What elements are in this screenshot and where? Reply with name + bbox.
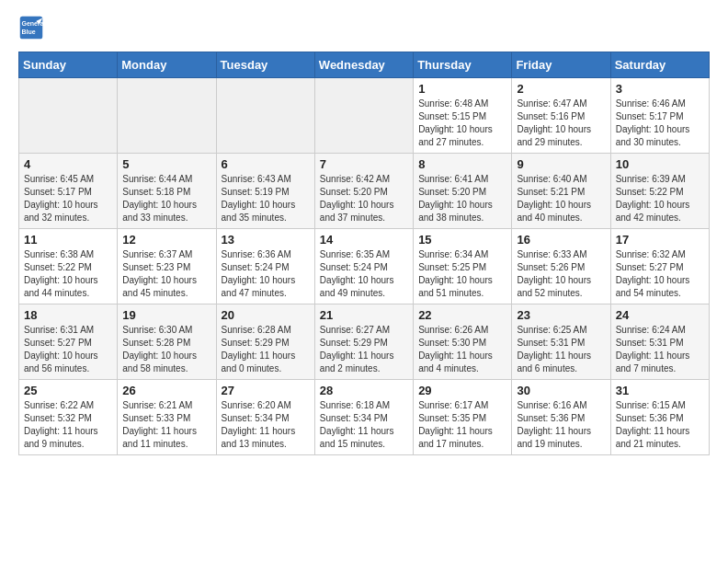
day-info: Sunrise: 6:36 AM Sunset: 5:24 PM Dayligh… <box>222 249 296 298</box>
calendar-cell: 4Sunrise: 6:45 AM Sunset: 5:17 PM Daylig… <box>19 154 118 229</box>
calendar-cell: 2Sunrise: 6:47 AM Sunset: 5:16 PM Daylig… <box>512 78 610 154</box>
day-number: 27 <box>222 384 310 397</box>
day-info: Sunrise: 6:40 AM Sunset: 5:21 PM Dayligh… <box>517 174 591 223</box>
weekday-header-tuesday: Tuesday <box>216 52 314 78</box>
day-info: Sunrise: 6:28 AM Sunset: 5:29 PM Dayligh… <box>222 325 296 373</box>
day-number: 2 <box>517 82 605 96</box>
calendar-cell: 1Sunrise: 6:48 AM Sunset: 5:15 PM Daylig… <box>414 78 512 154</box>
day-number: 15 <box>418 233 506 247</box>
day-info: Sunrise: 6:45 AM Sunset: 5:17 PM Dayligh… <box>24 174 98 223</box>
day-number: 17 <box>616 233 704 247</box>
day-info: Sunrise: 6:15 AM Sunset: 5:36 PM Dayligh… <box>616 400 690 449</box>
weekday-header-saturday: Saturday <box>610 52 709 78</box>
day-info: Sunrise: 6:37 AM Sunset: 5:23 PM Dayligh… <box>122 249 197 298</box>
day-number: 1 <box>418 82 506 96</box>
day-number: 3 <box>616 82 704 96</box>
weekday-header-friday: Friday <box>512 52 610 78</box>
day-number: 11 <box>24 233 112 247</box>
day-number: 16 <box>517 233 605 247</box>
day-number: 12 <box>122 233 210 247</box>
day-info: Sunrise: 6:43 AM Sunset: 5:19 PM Dayligh… <box>222 174 296 223</box>
day-info: Sunrise: 6:35 AM Sunset: 5:24 PM Dayligh… <box>320 249 394 298</box>
calendar-cell: 11Sunrise: 6:38 AM Sunset: 5:22 PM Dayli… <box>19 229 118 304</box>
day-info: Sunrise: 6:42 AM Sunset: 5:20 PM Dayligh… <box>320 174 394 223</box>
calendar-cell: 6Sunrise: 6:43 AM Sunset: 5:19 PM Daylig… <box>216 154 314 229</box>
day-number: 13 <box>222 233 310 247</box>
calendar-row-4: 18Sunrise: 6:31 AM Sunset: 5:27 PM Dayli… <box>19 304 710 380</box>
day-info: Sunrise: 6:21 AM Sunset: 5:33 PM Dayligh… <box>122 400 197 449</box>
calendar-cell: 7Sunrise: 6:42 AM Sunset: 5:20 PM Daylig… <box>314 154 413 229</box>
calendar-cell: 31Sunrise: 6:15 AM Sunset: 5:36 PM Dayli… <box>610 380 709 455</box>
calendar-cell: 9Sunrise: 6:40 AM Sunset: 5:21 PM Daylig… <box>512 154 610 229</box>
day-number: 21 <box>320 308 408 322</box>
day-number: 25 <box>24 384 112 397</box>
day-info: Sunrise: 6:24 AM Sunset: 5:31 PM Dayligh… <box>616 325 690 373</box>
calendar-cell: 26Sunrise: 6:21 AM Sunset: 5:33 PM Dayli… <box>118 380 216 455</box>
calendar-cell: 15Sunrise: 6:34 AM Sunset: 5:25 PM Dayli… <box>414 229 512 304</box>
day-info: Sunrise: 6:17 AM Sunset: 5:35 PM Dayligh… <box>418 400 493 449</box>
day-number: 29 <box>418 384 506 397</box>
calendar-cell: 27Sunrise: 6:20 AM Sunset: 5:34 PM Dayli… <box>216 380 314 455</box>
calendar-row-1: 1Sunrise: 6:48 AM Sunset: 5:15 PM Daylig… <box>19 78 710 154</box>
calendar-cell: 12Sunrise: 6:37 AM Sunset: 5:23 PM Dayli… <box>118 229 216 304</box>
calendar-cell: 18Sunrise: 6:31 AM Sunset: 5:27 PM Dayli… <box>19 304 118 380</box>
day-info: Sunrise: 6:34 AM Sunset: 5:25 PM Dayligh… <box>418 249 493 298</box>
logo: General Blue <box>18 15 48 40</box>
day-info: Sunrise: 6:38 AM Sunset: 5:22 PM Dayligh… <box>24 249 98 298</box>
calendar-cell <box>216 78 314 154</box>
day-info: Sunrise: 6:46 AM Sunset: 5:17 PM Dayligh… <box>616 98 690 147</box>
calendar-cell <box>314 78 413 154</box>
day-info: Sunrise: 6:16 AM Sunset: 5:36 PM Dayligh… <box>517 400 591 449</box>
day-number: 19 <box>122 308 210 322</box>
calendar-cell: 21Sunrise: 6:27 AM Sunset: 5:29 PM Dayli… <box>314 304 413 380</box>
weekday-header-sunday: Sunday <box>19 52 118 78</box>
calendar-cell <box>19 78 118 154</box>
day-info: Sunrise: 6:31 AM Sunset: 5:27 PM Dayligh… <box>24 325 98 373</box>
day-number: 22 <box>418 308 506 322</box>
calendar-cell: 30Sunrise: 6:16 AM Sunset: 5:36 PM Dayli… <box>512 380 610 455</box>
calendar-cell: 25Sunrise: 6:22 AM Sunset: 5:32 PM Dayli… <box>19 380 118 455</box>
day-number: 28 <box>320 384 408 397</box>
day-info: Sunrise: 6:22 AM Sunset: 5:32 PM Dayligh… <box>24 400 98 449</box>
calendar-row-2: 4Sunrise: 6:45 AM Sunset: 5:17 PM Daylig… <box>19 154 710 229</box>
day-number: 18 <box>24 308 112 322</box>
day-info: Sunrise: 6:39 AM Sunset: 5:22 PM Dayligh… <box>616 174 690 223</box>
day-number: 24 <box>616 308 704 322</box>
day-number: 4 <box>24 157 112 171</box>
logo-icon: General Blue <box>18 15 44 40</box>
calendar-cell: 14Sunrise: 6:35 AM Sunset: 5:24 PM Dayli… <box>314 229 413 304</box>
day-info: Sunrise: 6:20 AM Sunset: 5:34 PM Dayligh… <box>222 400 296 449</box>
day-info: Sunrise: 6:27 AM Sunset: 5:29 PM Dayligh… <box>320 325 394 373</box>
calendar-cell: 10Sunrise: 6:39 AM Sunset: 5:22 PM Dayli… <box>610 154 709 229</box>
page-header: General Blue <box>18 15 710 40</box>
calendar-row-3: 11Sunrise: 6:38 AM Sunset: 5:22 PM Dayli… <box>19 229 710 304</box>
calendar-row-5: 25Sunrise: 6:22 AM Sunset: 5:32 PM Dayli… <box>19 380 710 455</box>
calendar-cell: 22Sunrise: 6:26 AM Sunset: 5:30 PM Dayli… <box>414 304 512 380</box>
day-number: 9 <box>517 157 605 171</box>
weekday-header-wednesday: Wednesday <box>314 52 413 78</box>
day-info: Sunrise: 6:26 AM Sunset: 5:30 PM Dayligh… <box>418 325 493 373</box>
day-number: 5 <box>122 157 210 171</box>
day-info: Sunrise: 6:44 AM Sunset: 5:18 PM Dayligh… <box>122 174 197 223</box>
weekday-header-monday: Monday <box>118 52 216 78</box>
day-info: Sunrise: 6:47 AM Sunset: 5:16 PM Dayligh… <box>517 98 591 147</box>
calendar-cell: 23Sunrise: 6:25 AM Sunset: 5:31 PM Dayli… <box>512 304 610 380</box>
day-info: Sunrise: 6:25 AM Sunset: 5:31 PM Dayligh… <box>517 325 591 373</box>
day-number: 26 <box>122 384 210 397</box>
day-info: Sunrise: 6:33 AM Sunset: 5:26 PM Dayligh… <box>517 249 591 298</box>
day-number: 14 <box>320 233 408 247</box>
weekday-header-thursday: Thursday <box>414 52 512 78</box>
day-number: 23 <box>517 308 605 322</box>
day-info: Sunrise: 6:48 AM Sunset: 5:15 PM Dayligh… <box>418 98 493 147</box>
calendar-cell: 3Sunrise: 6:46 AM Sunset: 5:17 PM Daylig… <box>610 78 709 154</box>
svg-text:Blue: Blue <box>22 29 36 35</box>
day-number: 30 <box>517 384 605 397</box>
calendar-cell: 28Sunrise: 6:18 AM Sunset: 5:34 PM Dayli… <box>314 380 413 455</box>
calendar-cell: 16Sunrise: 6:33 AM Sunset: 5:26 PM Dayli… <box>512 229 610 304</box>
day-info: Sunrise: 6:18 AM Sunset: 5:34 PM Dayligh… <box>320 400 394 449</box>
calendar-cell: 29Sunrise: 6:17 AM Sunset: 5:35 PM Dayli… <box>414 380 512 455</box>
calendar-cell: 24Sunrise: 6:24 AM Sunset: 5:31 PM Dayli… <box>610 304 709 380</box>
day-number: 8 <box>418 157 506 171</box>
day-number: 20 <box>222 308 310 322</box>
calendar-cell: 5Sunrise: 6:44 AM Sunset: 5:18 PM Daylig… <box>118 154 216 229</box>
